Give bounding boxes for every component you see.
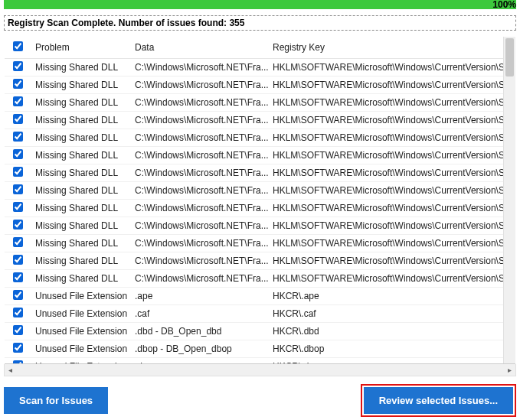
cell-data: C:\Windows\Microsoft.NET\Fra... (130, 252, 268, 270)
row-checkbox[interactable] (13, 237, 23, 247)
header-problem[interactable]: Problem (31, 37, 130, 59)
row-checkbox[interactable] (13, 114, 23, 124)
row-checkbox-cell[interactable] (5, 129, 31, 147)
scroll-right-arrow-icon[interactable]: ▸ (505, 366, 514, 374)
scan-for-issues-button[interactable]: Scan for Issues (4, 387, 108, 414)
row-checkbox[interactable] (13, 184, 23, 194)
select-all-checkbox[interactable] (13, 41, 23, 51)
table-row[interactable]: Missing Shared DLLC:\Windows\Microsoft.N… (5, 252, 503, 270)
table-row[interactable]: Missing Shared DLLC:\Windows\Microsoft.N… (5, 59, 503, 77)
table-row[interactable]: Missing Shared DLLC:\Windows\Microsoft.N… (5, 217, 503, 235)
table-row[interactable]: Unused File Extension.dvHKCR\.dv (5, 358, 503, 364)
row-checkbox-cell[interactable] (5, 147, 31, 164)
row-checkbox[interactable] (13, 255, 23, 265)
row-checkbox[interactable] (13, 360, 23, 363)
cell-data: .caf (130, 305, 268, 323)
row-checkbox-cell[interactable] (5, 217, 31, 235)
row-checkbox-cell[interactable] (5, 288, 31, 305)
progress-percent: 100% (492, 0, 516, 10)
table-row[interactable]: Missing Shared DLLC:\Windows\Microsoft.N… (5, 147, 503, 164)
table-row[interactable]: Missing Shared DLLC:\Windows\Microsoft.N… (5, 182, 503, 200)
row-checkbox[interactable] (13, 272, 23, 282)
row-checkbox-cell[interactable] (5, 94, 31, 112)
row-checkbox[interactable] (13, 79, 23, 89)
cell-key: HKLM\SOFTWARE\Microsoft\Windows\CurrentV… (268, 59, 503, 77)
row-checkbox[interactable] (13, 325, 23, 335)
table-row[interactable]: Missing Shared DLLC:\Windows\Microsoft.N… (5, 270, 503, 288)
cell-problem: Missing Shared DLL (31, 59, 130, 77)
cell-problem: Missing Shared DLL (31, 164, 130, 182)
cell-key: HKLM\SOFTWARE\Microsoft\Windows\CurrentV… (268, 217, 503, 235)
row-checkbox-cell[interactable] (5, 112, 31, 129)
header-key[interactable]: Registry Key (268, 37, 503, 59)
cell-key: HKCR\.dv (268, 358, 503, 364)
scan-status: Registry Scan Complete. Number of issues… (4, 15, 516, 31)
row-checkbox[interactable] (13, 343, 23, 353)
cell-key: HKLM\SOFTWARE\Microsoft\Windows\CurrentV… (268, 252, 503, 270)
cell-key: HKLM\SOFTWARE\Microsoft\Windows\CurrentV… (268, 147, 503, 164)
row-checkbox-cell[interactable] (5, 323, 31, 340)
horizontal-scrollbar[interactable]: ◂ ▸ (4, 364, 516, 376)
row-checkbox[interactable] (13, 96, 23, 106)
table-row[interactable]: Missing Shared DLLC:\Windows\Microsoft.N… (5, 164, 503, 182)
cell-data: C:\Windows\Microsoft.NET\Fra... (130, 200, 268, 217)
row-checkbox[interactable] (13, 202, 23, 212)
cell-key: HKLM\SOFTWARE\Microsoft\Windows\CurrentV… (268, 270, 503, 288)
row-checkbox-cell[interactable] (5, 252, 31, 270)
cell-data: C:\Windows\Microsoft.NET\Fra... (130, 235, 268, 252)
table-row[interactable]: Unused File Extension.dbop - DB_Open_dbo… (5, 340, 503, 358)
vertical-scrollbar[interactable] (503, 37, 515, 363)
cell-problem: Missing Shared DLL (31, 94, 130, 112)
header-checkbox-cell[interactable] (5, 37, 31, 59)
progress-area: 100% (4, 0, 516, 14)
row-checkbox-cell[interactable] (5, 305, 31, 323)
cell-problem: Missing Shared DLL (31, 182, 130, 200)
row-checkbox[interactable] (13, 308, 23, 317)
button-row: Scan for Issues Review selected Issues..… (4, 385, 516, 415)
cell-problem: Missing Shared DLL (31, 129, 130, 147)
row-checkbox-cell[interactable] (5, 358, 31, 364)
cell-data: C:\Windows\Microsoft.NET\Fra... (130, 77, 268, 94)
cell-data: C:\Windows\Microsoft.NET\Fra... (130, 129, 268, 147)
row-checkbox[interactable] (13, 290, 23, 300)
cell-problem: Missing Shared DLL (31, 200, 130, 217)
row-checkbox-cell[interactable] (5, 235, 31, 252)
progress-bar (4, 0, 516, 9)
row-checkbox-cell[interactable] (5, 182, 31, 200)
row-checkbox[interactable] (13, 149, 23, 159)
table-row[interactable]: Unused File Extension.apeHKCR\.ape (5, 288, 503, 305)
cell-key: HKCR\.dbop (268, 340, 503, 358)
row-checkbox[interactable] (13, 132, 23, 142)
table-row[interactable]: Missing Shared DLLC:\Windows\Microsoft.N… (5, 129, 503, 147)
header-data[interactable]: Data (130, 37, 268, 59)
review-selected-issues-button[interactable]: Review selected Issues... (364, 387, 513, 414)
table-row[interactable]: Missing Shared DLLC:\Windows\Microsoft.N… (5, 77, 503, 94)
table-row[interactable]: Missing Shared DLLC:\Windows\Microsoft.N… (5, 235, 503, 252)
row-checkbox-cell[interactable] (5, 164, 31, 182)
row-checkbox[interactable] (13, 167, 23, 177)
scroll-left-arrow-icon[interactable]: ◂ (6, 366, 15, 374)
cell-data: .dbd - DB_Open_dbd (130, 323, 268, 340)
row-checkbox-cell[interactable] (5, 200, 31, 217)
row-checkbox-cell[interactable] (5, 77, 31, 94)
cell-data: .dv (130, 358, 268, 364)
cell-key: HKLM\SOFTWARE\Microsoft\Windows\CurrentV… (268, 129, 503, 147)
table-row[interactable]: Missing Shared DLLC:\Windows\Microsoft.N… (5, 200, 503, 217)
cell-problem: Missing Shared DLL (31, 147, 130, 164)
table-row[interactable]: Unused File Extension.cafHKCR\.caf (5, 305, 503, 323)
table-row[interactable]: Unused File Extension.dbd - DB_Open_dbdH… (5, 323, 503, 340)
cell-problem: Unused File Extension (31, 340, 130, 358)
vertical-scroll-thumb[interactable] (505, 38, 514, 77)
row-checkbox-cell[interactable] (5, 270, 31, 288)
row-checkbox-cell[interactable] (5, 340, 31, 358)
table-row[interactable]: Missing Shared DLLC:\Windows\Microsoft.N… (5, 94, 503, 112)
table-row[interactable]: Missing Shared DLLC:\Windows\Microsoft.N… (5, 112, 503, 129)
cell-data: .dbop - DB_Open_dbop (130, 340, 268, 358)
row-checkbox[interactable] (13, 61, 23, 71)
cell-problem: Unused File Extension (31, 305, 130, 323)
cell-key: HKLM\SOFTWARE\Microsoft\Windows\CurrentV… (268, 77, 503, 94)
cell-key: HKLM\SOFTWARE\Microsoft\Windows\CurrentV… (268, 164, 503, 182)
row-checkbox-cell[interactable] (5, 59, 31, 77)
cell-key: HKLM\SOFTWARE\Microsoft\Windows\CurrentV… (268, 112, 503, 129)
row-checkbox[interactable] (13, 220, 23, 230)
